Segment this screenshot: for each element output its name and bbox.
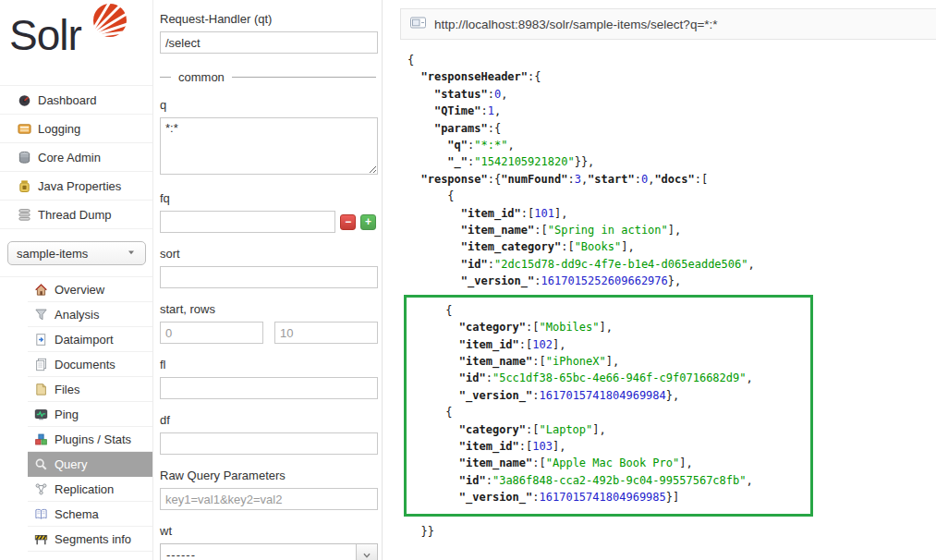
q-label: q [160,98,376,112]
fq-input[interactable] [160,211,335,233]
sidebar-item-label: Analysis [55,308,99,322]
thread-dump-icon [17,207,31,222]
sidebar-item-label: Segments info [55,532,131,546]
fl-input[interactable] [160,377,378,399]
sidebar-item-analysis[interactable]: Analysis [28,302,152,327]
sidebar-item-java-properties[interactable]: Java Properties [0,172,152,201]
plugins-icon [33,432,48,446]
json-after: }} [407,523,936,540]
sidebar-item-documents[interactable]: Documents [28,352,152,377]
sidebar-main-menu: DashboardLoggingCore AdminJava Propertie… [0,85,152,229]
sidebar-item-label: Ping [55,408,79,421]
json-line: "response":{"numFound":3,"start":0,"docs… [407,171,936,188]
sidebar-item-label: Thread Dump [38,208,111,222]
ping-icon [33,407,48,421]
sidebar-item-label: Query [55,457,87,471]
schema-icon [33,506,48,521]
sidebar-item-replication[interactable]: Replication [28,477,152,502]
request-handler-label: Request-Handler (qt) [160,12,376,26]
remove-fq-button[interactable]: − [340,214,356,230]
json-line: "item_id":[102], [406,336,810,353]
wt-select-value: ------ [161,548,356,560]
sidebar-item-schema[interactable]: Schema [28,502,152,527]
common-legend-text: common [178,70,225,84]
sidebar-item-files[interactable]: Files [28,377,152,402]
sidebar-item-core-admin[interactable]: Core Admin [0,143,152,172]
replication-icon [33,481,48,496]
java-properties-icon [17,178,31,193]
json-line: "id":"2dc15d78-dd9c-4f7e-b1e4-d065eadde5… [407,256,936,273]
sort-input[interactable] [160,266,378,288]
fl-label: fl [160,358,376,371]
request-url-link[interactable]: http://localhost:8983/solr/sample-items/… [434,18,718,31]
sidebar-item-thread-dump[interactable]: Thread Dump [0,201,152,229]
files-icon [33,382,48,396]
json-line: "_version_":1617015741804969984}, [406,387,810,404]
rows-input[interactable] [274,322,378,344]
core-selector[interactable]: sample-items [7,241,146,265]
q-textarea[interactable]: *:* [160,117,378,175]
json-line: { [407,188,936,204]
json-line: "item_name":["iPhoneX"], [406,353,810,370]
sidebar-item-label: Logging [38,122,80,136]
start-rows-label: start, rows [160,302,376,316]
logging-icon [17,121,31,136]
chevron-down-icon [356,544,377,560]
start-input[interactable] [160,322,263,344]
json-line: "QTime":1, [407,103,936,119]
add-fq-button[interactable]: + [360,214,376,230]
core-selector-value: sample-items [17,247,88,261]
home-icon [33,282,48,297]
sort-label: sort [160,247,376,261]
json-line: }} [407,523,936,540]
json-line: "item_id":[101], [407,205,936,222]
sidebar-item-label: Documents [55,358,115,371]
sidebar-item-label: Schema [55,507,99,521]
solr-burst-icon [85,2,129,50]
fq-label: fq [160,191,376,205]
json-line: "status":0, [407,86,936,103]
sidebar-item-segments-info[interactable]: Segments info [28,527,152,552]
sidebar-item-label: Files [55,383,79,396]
magnifier-icon [33,457,48,471]
segments-icon [33,531,48,546]
json-line: "id":"3a86f848-cca2-492b-9c04-99557567c8… [406,472,810,489]
sidebar-item-dashboard[interactable]: Dashboard [0,86,152,115]
wt-label: wt [160,524,376,538]
df-input[interactable] [160,432,378,455]
sidebar-item-label: Replication [55,482,114,496]
request-handler-input[interactable] [160,31,378,54]
url-icon [410,16,426,32]
sidebar-item-overview[interactable]: Overview [28,277,152,302]
documents-icon [33,357,48,371]
sidebar-item-plugins-stats[interactable]: Plugins / Stats [28,427,152,452]
sidebar-item-label: Plugins / Stats [55,432,131,446]
sidebar-item-logging[interactable]: Logging [0,115,152,143]
wt-select[interactable]: ------ [160,543,378,560]
json-line: "_version_":1617015252609662976}, [407,273,936,289]
json-line: "item_category":["Books"], [407,238,936,255]
caret-down-icon [126,247,137,261]
highlight-box: { "category":["Mobiles"], "item_id":[102… [404,295,813,517]
common-section-legend: common [160,70,376,84]
solr-logo[interactable]: Solr [0,0,152,78]
df-label: df [160,413,376,427]
raw-query-params-input[interactable] [160,488,378,510]
sidebar-item-label: Overview [55,283,104,297]
json-line: "_version_":1617015741804969985}] [406,489,810,505]
json-line: { [407,52,936,68]
sidebar-item-label: Dataimport [55,333,114,347]
core-admin-icon [17,150,31,164]
url-bar: http://localhost:8983/solr/sample-items/… [400,8,936,40]
json-before: { "responseHeader":{ "status":0, "QTime"… [407,52,936,290]
query-form: Request-Handler (qt) common q *:* fq − +… [153,0,383,560]
sidebar-item-dataimport[interactable]: Dataimport [28,327,152,352]
sidebar-item-query[interactable]: Query [28,452,152,477]
sidebar-item-label: Java Properties [38,179,121,193]
sidebar-core-menu: OverviewAnalysisDataimportDocumentsFiles… [0,276,152,552]
sidebar-item-label: Dashboard [38,93,97,107]
sidebar: Solr DashboardLoggingCore AdminJava Prop… [0,0,153,560]
json-line: "q":"*:*", [407,137,936,153]
funnel-icon [33,307,48,322]
sidebar-item-ping[interactable]: Ping [28,402,152,427]
